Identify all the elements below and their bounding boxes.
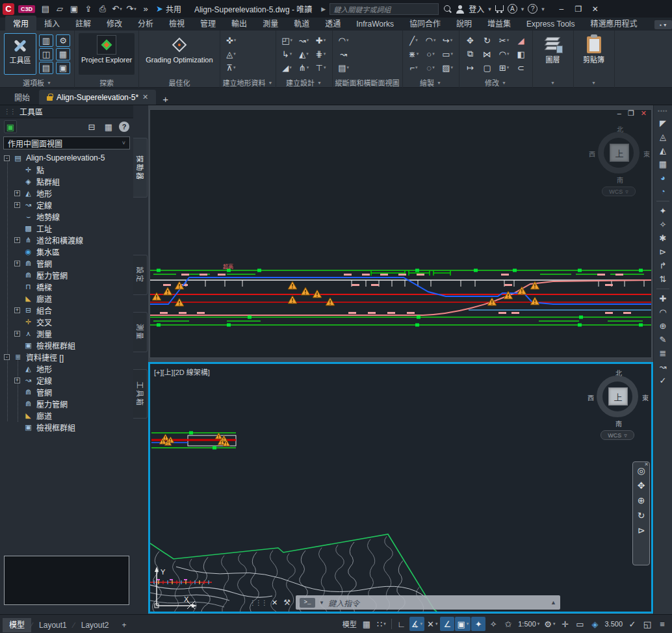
collapse-icon[interactable]: - — [4, 155, 10, 161]
annotation-visibility-icon[interactable]: ✦ — [471, 617, 485, 631]
erase-icon[interactable]: ◢ — [514, 34, 528, 47]
offset-icon[interactable]: ⊂ — [514, 62, 528, 74]
save-icon[interactable]: ▣ — [68, 3, 81, 16]
object-snap-tracking-icon[interactable]: ∠ — [440, 617, 454, 631]
plot-icon[interactable]: ⎙ — [96, 3, 109, 16]
ribbon-tab-測量[interactable]: 測量 — [255, 16, 286, 31]
viewcube-bottom[interactable]: 北 上 西 東 南 WCS▿ — [591, 368, 646, 446]
panorama-toggle-icon[interactable]: ▦ — [102, 120, 115, 133]
hatch-icon[interactable]: ▨▾ — [441, 62, 455, 74]
tool-palettes-icon[interactable]: ▦ — [56, 48, 70, 60]
clipboard-button[interactable]: 剪貼簿 — [578, 33, 610, 75]
fillet-icon[interactable]: ◠▾ — [497, 48, 511, 60]
ribbon-tab-檢視[interactable]: 檢視 — [161, 16, 192, 31]
dwg-restore-icon[interactable]: ❐ — [628, 109, 634, 118]
quick-profile-icon[interactable]: ↝ — [337, 48, 351, 60]
surface-analysis-icon[interactable]: ◭ — [660, 146, 666, 155]
command-line-toggle-icon[interactable]: ▣ — [56, 62, 70, 74]
tree-item-point-groups[interactable]: ◈點群組 — [0, 175, 133, 187]
app-caret-icon[interactable]: ▾ — [521, 6, 524, 12]
tree-item-ds-surfaces[interactable]: ◭地形 — [0, 363, 133, 374]
clean-screen-icon[interactable]: ◱ — [640, 617, 654, 631]
construction-line-icon[interactable]: ⋇▾ — [407, 48, 421, 60]
expand-icon[interactable]: + — [14, 331, 20, 337]
volumes-dashboard-icon[interactable]: ▦ — [659, 160, 667, 168]
new-file-icon[interactable]: ▤ — [39, 3, 52, 16]
alignment-tool-icon[interactable]: ↝ — [660, 363, 667, 371]
viewport-controls-label[interactable]: [+][上][2D 線架構] — [154, 367, 210, 377]
user-icon[interactable] — [456, 5, 465, 14]
qat-more-icon[interactable]: » — [139, 3, 152, 16]
annotation-scale-icon[interactable]: ✩ — [501, 617, 515, 631]
curve-tool-icon[interactable]: ◠ — [659, 308, 666, 316]
ribbon-tab-精選應用程式[interactable]: 精選應用程式 — [583, 16, 645, 31]
revision-cloud-icon[interactable]: ↪▾ — [441, 34, 455, 47]
tree-item-pressure-networks[interactable]: ⋒壓力管網 — [0, 269, 133, 281]
panel-label[interactable]: 最佳化 — [139, 77, 219, 88]
expand-icon[interactable]: + — [14, 261, 20, 266]
layout-tab-Layout1[interactable]: Layout1 — [32, 618, 73, 632]
file-tab-document[interactable]: Align-Superelevation-5* ✕ — [39, 90, 156, 105]
command-customize-icon[interactable]: ⚒ — [283, 598, 291, 607]
isometric-drafting-icon[interactable]: ✕▾ — [425, 617, 439, 631]
tree-item-assemblies[interactable]: +⊟組合 — [0, 304, 133, 316]
orbit-icon[interactable]: ↻ — [638, 511, 645, 520]
customization-icon[interactable]: ≡ — [655, 617, 669, 631]
table-tool-icon[interactable]: ≣ — [660, 349, 667, 357]
signin-label[interactable]: 登入 — [469, 3, 484, 14]
viewcube-top-face[interactable]: 上 — [610, 144, 629, 162]
coordinate-tool-icon[interactable]: ⊕ — [660, 322, 667, 330]
panel-label[interactable]: ▼ — [533, 77, 573, 88]
tree-item-sites[interactable]: ▩工址 — [0, 222, 133, 234]
tree-item-surfaces[interactable]: +◭地形 — [0, 187, 133, 199]
side-tab-工具箱[interactable]: 工具箱 — [133, 369, 148, 419]
sheet-set-icon[interactable]: ▤ — [39, 62, 53, 74]
survey-tools-icon[interactable]: ⊼▾ — [224, 62, 239, 74]
grading-icon[interactable]: ◢▾ — [280, 62, 294, 74]
ribbon-tab-協同合作[interactable]: 協同合作 — [402, 16, 448, 31]
item-view-icon[interactable]: ▣ — [4, 120, 17, 133]
snap-mode-icon[interactable]: ∷▾ — [374, 617, 389, 631]
file-tab-close-icon[interactable]: ✕ — [142, 93, 148, 101]
command-history-icon[interactable]: ▲ — [550, 599, 556, 606]
navigation-wheel-icon[interactable]: ◎ — [637, 466, 645, 475]
side-tab-設定[interactable]: 設定 — [133, 255, 148, 295]
rotate-icon[interactable]: ↻ — [480, 34, 495, 47]
hydrology-icon[interactable]: ◔ — [660, 187, 666, 196]
elevation-icon[interactable]: ◈ — [588, 617, 602, 631]
expand-icon[interactable]: + — [14, 237, 20, 243]
close-button[interactable]: ✕ — [588, 3, 603, 16]
ribbon-tab-輸出[interactable]: 輸出 — [224, 16, 255, 31]
profile-view-icon[interactable]: ◠▾ — [337, 34, 351, 47]
file-tab-start[interactable]: 開始 — [6, 90, 38, 105]
viewport-top[interactable]: 超高 北 上 西 東 南 WCS▿ — [149, 109, 652, 358]
ribbon-tab-增益集[interactable]: 增益集 — [480, 16, 519, 31]
side-tab-探勘器[interactable]: 探勘器 — [133, 138, 148, 198]
ribbon-tab-分析[interactable]: 分析 — [130, 16, 161, 31]
minimize-button[interactable]: – — [554, 3, 569, 16]
check-tool-icon[interactable]: ✓ — [660, 376, 667, 385]
viewport-bottom-active[interactable]: [+][上][2D 線架構] YX 北 上 西 東 南 WCS▿ ✕ ◎✥⊕↻⊳ — [148, 362, 653, 614]
arc-icon[interactable]: ◠▾ — [424, 34, 438, 47]
maximize-button[interactable]: ❐ — [571, 3, 586, 16]
panel-label[interactable]: 縱斷面和橫斷面視圖 — [333, 77, 402, 88]
parcel-icon[interactable]: ◰▾ — [280, 34, 294, 47]
graphics-performance-icon[interactable]: ✓ — [625, 617, 640, 631]
intersection-icon[interactable]: ✚▾ — [314, 34, 328, 47]
navbar-close-icon[interactable]: ✕ — [644, 461, 649, 467]
share-button[interactable]: ➤ 共用 — [156, 3, 181, 14]
swap-tool-icon[interactable]: ⇅ — [660, 275, 667, 283]
add-label-icon[interactable]: ✚ — [660, 294, 667, 303]
tree-item-bridges[interactable]: ⊓橋樑 — [0, 281, 133, 292]
grading-optimization-button[interactable]: Grading Optimization — [143, 33, 215, 75]
dropdown-caret-icon[interactable]: ▾ — [120, 6, 122, 12]
isolate-objects-icon[interactable]: ▭ — [573, 617, 587, 631]
elevation-value[interactable]: 3.500 — [602, 617, 625, 631]
toolbar-grip-icon[interactable]: ▪▪▪▪ — [658, 108, 667, 114]
survey-palette-icon[interactable]: ◫ — [39, 48, 53, 60]
profile-icon[interactable]: ◭▾ — [297, 48, 311, 60]
ribbon-tab-說明[interactable]: 說明 — [448, 16, 480, 31]
annotation-scale-value[interactable]: 1:500▾ — [516, 617, 541, 631]
help-caret-icon[interactable]: ▾ — [541, 6, 545, 12]
save-as-icon[interactable]: ⇪ — [82, 3, 95, 16]
